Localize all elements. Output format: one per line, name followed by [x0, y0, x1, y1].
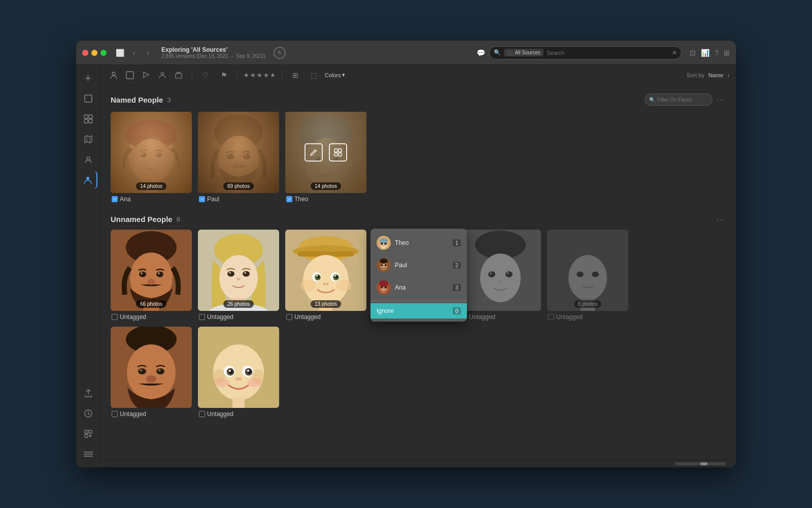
unnamed-6-count: 6 photos: [574, 300, 601, 308]
filter-icon[interactable]: ⊡: [690, 49, 696, 57]
search-input[interactable]: [547, 50, 669, 56]
popup-item-ana[interactable]: Ana 3: [370, 276, 467, 299]
unnamed-face-3: [285, 230, 366, 311]
toolbar-heart-icon[interactable]: ♡: [198, 68, 213, 82]
svg-point-36: [234, 161, 243, 167]
person-card-ana[interactable]: 14 photos ✓ Ana: [111, 112, 192, 203]
person-card-theo[interactable]: 14 photos ✓ Theo: [285, 112, 366, 203]
popup-paul-name: Paul: [395, 262, 449, 269]
layout-icon[interactable]: ⊞: [724, 49, 730, 57]
search-bar[interactable]: 🔍 ⬛ All Sources ✕: [489, 46, 682, 59]
unnamed-1-name: Untagged: [120, 313, 146, 321]
minimize-button[interactable]: [91, 50, 97, 56]
main-window: ⬜ ‹ › Exploring 'All Sources' 2,895 Vers…: [76, 41, 736, 467]
bottom-scrollbar[interactable]: [100, 459, 736, 467]
sidebar-item-faces2[interactable]: [79, 150, 97, 169]
unnamed-3-checkbox[interactable]: [286, 314, 292, 320]
popup-paul-num: 2: [453, 262, 461, 269]
ana-checkbox[interactable]: ✓: [112, 196, 118, 202]
toolbar-stack-icon[interactable]: [172, 68, 186, 82]
toolbar-flag-icon[interactable]: [139, 68, 153, 82]
popup-ignore-row[interactable]: Ignore 0: [370, 303, 467, 319]
search-clear-icon[interactable]: ✕: [672, 49, 677, 56]
sidebar-item-menu[interactable]: [79, 445, 97, 463]
add-button[interactable]: +: [79, 69, 97, 87]
edit-overlay-icon[interactable]: [304, 143, 323, 162]
sidebar-item-map[interactable]: [79, 130, 97, 148]
toolbar-grid-icon[interactable]: ⊞: [288, 68, 302, 82]
person-card-paul[interactable]: 69 photos ✓ Paul: [198, 112, 279, 203]
toolbar-rect-icon[interactable]: [123, 68, 137, 82]
sort-value[interactable]: Name: [708, 72, 723, 78]
forward-button[interactable]: ›: [143, 48, 153, 58]
svg-point-118: [490, 272, 492, 274]
sidebar-toggle-icon[interactable]: ⬜: [115, 48, 125, 58]
sync-icon[interactable]: ↻: [274, 47, 286, 59]
sidebar-item-photos[interactable]: [79, 89, 97, 108]
unnamed-card-1[interactable]: 66 photos Untagged: [111, 230, 192, 321]
unnamed-card-7[interactable]: Untagged: [111, 327, 192, 418]
ana-name: Ana: [120, 196, 130, 203]
svg-rect-60: [334, 149, 337, 152]
svg-point-130: [140, 369, 143, 371]
sidebar-item-share[interactable]: [79, 384, 97, 402]
star-1[interactable]: ★: [244, 72, 249, 79]
paul-checkbox[interactable]: ✓: [199, 196, 205, 202]
named-section-more-icon[interactable]: ···: [717, 96, 726, 104]
message-icon[interactable]: 💬: [477, 49, 485, 57]
unnamed-thumb-8: [198, 327, 279, 408]
unnamed-section-more-icon[interactable]: ···: [717, 215, 726, 224]
popup-item-theo[interactable]: Theo 1: [370, 232, 467, 254]
toolbar-compare-icon[interactable]: ⬚: [307, 68, 321, 82]
popup-ana-num: 3: [453, 284, 461, 291]
popup-item-paul[interactable]: Paul 2: [370, 254, 467, 276]
help-icon[interactable]: ?: [715, 49, 719, 57]
star-5[interactable]: ★: [270, 72, 276, 79]
sort-arrow-icon[interactable]: ↓: [727, 72, 730, 78]
fullscreen-button[interactable]: [100, 50, 107, 56]
svg-point-69: [156, 272, 163, 277]
chart-icon[interactable]: 📊: [701, 49, 709, 57]
svg-point-158: [381, 264, 383, 266]
theo-checkbox[interactable]: ✓: [286, 196, 292, 202]
back-button[interactable]: ‹: [129, 48, 139, 58]
svg-rect-62: [334, 153, 337, 156]
unnamed-7-checkbox[interactable]: [112, 411, 118, 417]
unnamed-card-2[interactable]: 26 photos Untagged: [198, 230, 279, 321]
svg-point-131: [158, 369, 161, 371]
toolbar-person-icon[interactable]: [107, 68, 121, 82]
svg-rect-1: [84, 115, 88, 118]
sidebar-item-plugin2[interactable]: [79, 425, 97, 443]
traffic-lights: [82, 50, 107, 56]
star-3[interactable]: ★: [257, 72, 262, 79]
close-button[interactable]: [82, 50, 88, 56]
scrollbar-thumb[interactable]: [700, 462, 707, 465]
grid-overlay-icon[interactable]: [329, 143, 347, 162]
unnamed-card-6[interactable]: 6 photos Untagged: [547, 230, 628, 321]
unnamed-thumb-6: 6 photos: [547, 230, 628, 311]
tag-popup-menu[interactable]: Theo 1 Paul 2: [370, 229, 467, 322]
svg-point-146: [239, 377, 242, 380]
sidebar-item-plugin[interactable]: [79, 404, 97, 423]
theo-overlay[interactable]: [285, 112, 366, 193]
filter-input[interactable]: [657, 97, 708, 103]
toolbar-flag2-icon[interactable]: ⚑: [217, 68, 231, 82]
ana-label: ✓ Ana: [111, 196, 192, 203]
colors-button[interactable]: Colors ▾: [325, 72, 345, 78]
unnamed-card-5[interactable]: Untagged: [460, 230, 541, 321]
star-4[interactable]: ★: [263, 72, 269, 79]
unnamed-6-checkbox[interactable]: [548, 314, 554, 320]
named-section-filter[interactable]: 🔍: [645, 93, 713, 106]
svg-point-132: [146, 375, 156, 383]
named-section-header: Named People 3 🔍 ···: [111, 93, 726, 106]
star-2[interactable]: ★: [250, 72, 256, 79]
unnamed-card-3[interactable]: 13 photos Untagged: [285, 230, 366, 321]
unnamed-card-8[interactable]: Untagged: [198, 327, 279, 418]
svg-point-81: [244, 272, 246, 274]
toolbar-person2-icon[interactable]: [155, 68, 170, 82]
unnamed-2-checkbox[interactable]: [199, 314, 205, 320]
sidebar-item-people[interactable]: [79, 171, 97, 189]
sidebar-item-albums[interactable]: [79, 110, 97, 128]
unnamed-1-checkbox[interactable]: [112, 314, 118, 320]
unnamed-8-checkbox[interactable]: [199, 411, 205, 417]
